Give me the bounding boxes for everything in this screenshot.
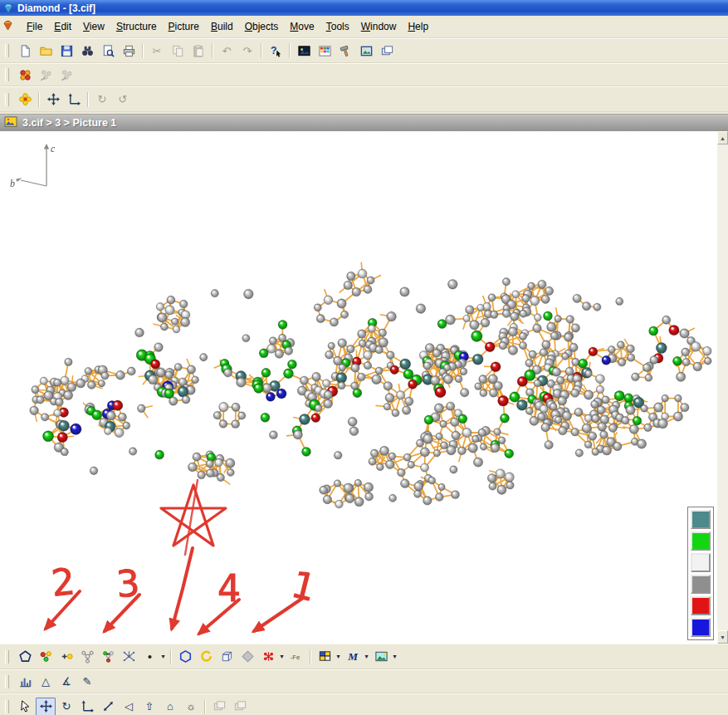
- breadcrumb: 3.cif > 3 > Picture 1: [22, 117, 116, 129]
- angle-button[interactable]: ∡: [56, 673, 76, 691]
- undo-button: ↶: [217, 42, 237, 60]
- menu-objects[interactable]: Objects: [239, 18, 285, 35]
- unit-cell-button[interactable]: [217, 648, 237, 666]
- document-icon[interactable]: [2, 20, 16, 33]
- element-filter-button[interactable]: -Fe: [286, 648, 306, 666]
- menu-picture[interactable]: Picture: [163, 18, 205, 35]
- track-view-button[interactable]: ☼: [181, 698, 201, 715]
- menu-structure[interactable]: Structure: [110, 18, 163, 35]
- coordination-spheres-button[interactable]: [119, 648, 139, 666]
- atom-design-button-dropdown[interactable]: ▾: [159, 653, 167, 660]
- structure-toolbar: [0, 63, 728, 86]
- menu-file[interactable]: File: [21, 18, 48, 35]
- zoom-tool-button[interactable]: [98, 698, 118, 715]
- select-tool-button[interactable]: [15, 698, 35, 715]
- scroll-track[interactable]: [717, 144, 728, 630]
- axes-move-button[interactable]: [64, 91, 84, 109]
- polygon-tool-button[interactable]: [15, 648, 35, 666]
- packing-flower-button[interactable]: [15, 91, 35, 109]
- scroll-up-button[interactable]: ▲: [717, 131, 728, 144]
- atom-color-legend: [687, 507, 714, 640]
- structure-view[interactable]: c b ▲ ▼: [0, 131, 728, 644]
- label-style-button[interactable]: M: [343, 648, 363, 666]
- destroy-adjust-button[interactable]: [258, 648, 278, 666]
- add-molecule-button: [36, 66, 56, 84]
- menu-items: FileEditViewStructurePictureBuildObjects…: [21, 18, 434, 35]
- find-button[interactable]: [77, 42, 97, 60]
- sketch-button[interactable]: ✎: [77, 673, 97, 691]
- standard-toolbar: ✂↶↷?: [0, 38, 728, 63]
- svg-text:?: ?: [270, 45, 276, 56]
- print-button[interactable]: [119, 42, 139, 60]
- picture-toolbar: ▾▾-Fe▾M▾▾: [0, 644, 728, 669]
- table-view-button-dropdown[interactable]: ▾: [335, 653, 342, 660]
- build-ring-button[interactable]: [175, 648, 195, 666]
- render-scene-button[interactable]: [294, 42, 314, 60]
- menu-bar: FileEditViewStructurePictureBuildObjects…: [0, 16, 728, 38]
- toolbar-grip[interactable]: [5, 650, 9, 664]
- get-molecules-button[interactable]: [36, 648, 56, 666]
- svg-text:M: M: [347, 650, 359, 663]
- axis-label-b: b: [10, 178, 15, 189]
- context-help-button[interactable]: ?: [266, 42, 286, 60]
- scroll-down-button[interactable]: ▼: [717, 630, 728, 644]
- pan-view-button[interactable]: [43, 91, 63, 109]
- destroy-adjust-button-dropdown[interactable]: ▾: [278, 653, 286, 660]
- menu-tools[interactable]: Tools: [320, 18, 355, 35]
- new-file-button[interactable]: [15, 42, 35, 60]
- toolbar-separator: [289, 43, 291, 58]
- toolbar-grip[interactable]: [5, 700, 9, 713]
- orientation-prev-button: [209, 698, 229, 715]
- spin-view-button: ↺: [113, 91, 133, 109]
- menu-build[interactable]: Build: [205, 18, 239, 35]
- legend-swatch-blue: [691, 618, 711, 637]
- toolbar-grip[interactable]: [5, 675, 9, 688]
- vertical-scrollbar[interactable]: ▲ ▼: [717, 131, 728, 644]
- add-atoms-button[interactable]: [56, 648, 76, 666]
- picture-style-button-dropdown[interactable]: ▾: [391, 653, 398, 660]
- rotate-tool-button[interactable]: ↻: [56, 698, 76, 715]
- picture-style-button[interactable]: [371, 648, 391, 666]
- app-icon[interactable]: [2, 2, 14, 14]
- toolbar-grip[interactable]: [5, 93, 9, 106]
- toolbar-separator: [38, 92, 40, 107]
- complete-fragments-button[interactable]: [77, 648, 97, 666]
- tools-button[interactable]: [335, 42, 355, 60]
- fill-cell-button[interactable]: [98, 648, 118, 666]
- create-structure-button[interactable]: [15, 66, 35, 84]
- molecule-canvas[interactable]: [0, 131, 717, 644]
- powder-pattern-button[interactable]: [15, 673, 35, 691]
- translate-tool-button[interactable]: [77, 698, 97, 715]
- picture-icon: [4, 116, 17, 130]
- complete-molecule-button: [56, 66, 76, 84]
- print-preview-button[interactable]: [98, 42, 118, 60]
- broken-ring-button[interactable]: [196, 648, 216, 666]
- gallery-button[interactable]: [377, 42, 397, 60]
- legend-swatch-red: [691, 596, 711, 615]
- table-view-button[interactable]: [315, 648, 335, 666]
- title-bar: Diamond - [3.cif]: [0, 0, 728, 16]
- tilt-tool-button[interactable]: ◁: [119, 698, 139, 715]
- orientation-axes: c b: [5, 135, 66, 196]
- menu-window[interactable]: Window: [355, 18, 403, 35]
- open-button[interactable]: [36, 42, 56, 60]
- legend-swatch-gray: [691, 575, 711, 594]
- picture-frame-button[interactable]: [356, 42, 376, 60]
- atom-design-button[interactable]: [139, 648, 159, 666]
- periodic-table-button[interactable]: [315, 42, 335, 60]
- toolbar-grip[interactable]: [5, 44, 9, 57]
- polyhedra-button[interactable]: [237, 648, 257, 666]
- distance-button[interactable]: △: [36, 673, 56, 691]
- toolbar-grip[interactable]: [5, 68, 9, 81]
- move-tool-button[interactable]: [36, 698, 56, 715]
- save-button[interactable]: [56, 42, 76, 60]
- menu-help[interactable]: Help: [402, 18, 434, 35]
- shift-tool-button[interactable]: ⇧: [139, 698, 159, 715]
- label-style-button-dropdown[interactable]: ▾: [363, 653, 370, 660]
- menu-move[interactable]: Move: [284, 18, 320, 35]
- home-view-button[interactable]: ⌂: [160, 698, 180, 715]
- menu-view[interactable]: View: [77, 18, 110, 35]
- toolbar-separator: [170, 649, 172, 664]
- menu-edit[interactable]: Edit: [48, 18, 77, 35]
- toolbar-separator: [310, 649, 311, 664]
